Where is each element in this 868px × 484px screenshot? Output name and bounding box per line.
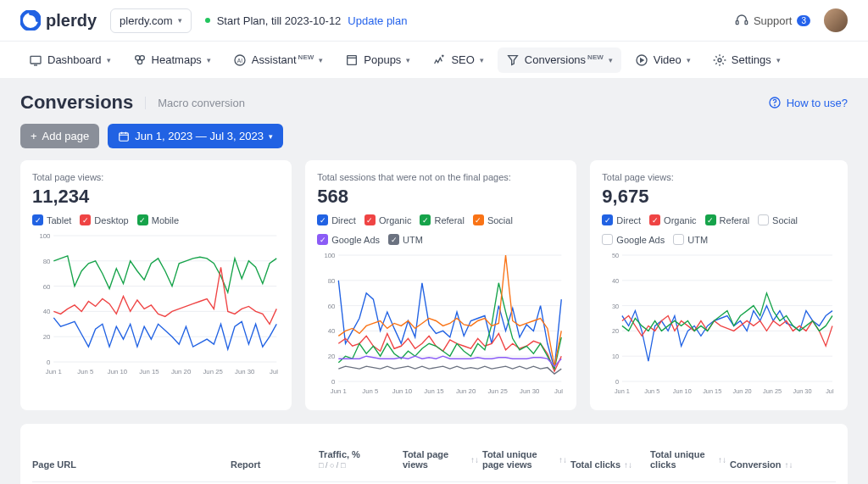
plus-icon: + <box>31 130 37 142</box>
svg-text:60: 60 <box>43 283 51 291</box>
date-range-button[interactable]: Jun 1, 2023 — Jul 3, 2023 ▾ <box>108 124 283 148</box>
svg-text:60: 60 <box>328 303 336 310</box>
legend-social[interactable]: ✓Social <box>473 214 513 225</box>
svg-text:30: 30 <box>612 302 619 309</box>
chevron-down-icon: ▾ <box>207 56 211 64</box>
legend-utm[interactable]: UTM <box>673 234 708 245</box>
nav-dashboard[interactable]: Dashboard▾ <box>20 47 120 73</box>
sort-icon: ↑↓ <box>470 455 479 465</box>
legend-utm[interactable]: ✓UTM <box>388 234 423 245</box>
legend-google ads[interactable]: ✓Google Ads <box>317 234 380 245</box>
svg-rect-2 <box>745 21 748 25</box>
svg-text:Jun 25: Jun 25 <box>203 368 223 376</box>
settings-icon <box>713 53 726 67</box>
svg-text:Jun 15: Jun 15 <box>704 387 722 395</box>
th-clicks[interactable]: Total clicks↑↓ <box>570 459 647 470</box>
update-plan-link[interactable]: Update plan <box>348 14 407 27</box>
line-chart: 01020304050Jun 1Jun 5Jun 10Jun 15Jun 20J… <box>602 250 836 398</box>
svg-text:Jun 5: Jun 5 <box>645 387 660 395</box>
nav-settings[interactable]: Settings▾ <box>704 47 789 73</box>
svg-rect-3 <box>31 56 41 64</box>
svg-text:Jun 30: Jun 30 <box>235 368 255 376</box>
svg-text:Jun 5: Jun 5 <box>77 368 94 376</box>
page-title: Conversions <box>20 92 133 114</box>
main-nav: Dashboard▾Heatmaps▾AIAssistantNEW▾Popups… <box>0 41 868 78</box>
chevron-down-icon: ▾ <box>609 56 613 64</box>
svg-text:Jun 10: Jun 10 <box>392 387 413 395</box>
legend-desktop[interactable]: ✓Desktop <box>80 214 128 225</box>
th-url[interactable]: Page URL <box>32 459 227 470</box>
legend: ✓Tablet✓Desktop✓Mobile <box>32 214 280 225</box>
nav-popups[interactable]: Popups▾ <box>337 47 419 73</box>
svg-rect-1 <box>736 21 738 25</box>
nav-conversions[interactable]: ConversionsNEW▾ <box>498 47 621 73</box>
heatmaps-icon <box>133 53 147 67</box>
legend-direct[interactable]: ✓Direct <box>602 214 641 225</box>
legend-referal[interactable]: ✓Referal <box>705 214 749 225</box>
stat-card-0: Total page views: 11,234 ✓Tablet✓Desktop… <box>20 160 292 410</box>
how-to-use-link[interactable]: How to use? <box>768 96 848 109</box>
sort-icon: ↑↓ <box>785 460 793 470</box>
popups-icon <box>345 53 359 67</box>
dashboard-icon <box>29 53 42 67</box>
avatar[interactable] <box>824 8 848 32</box>
svg-text:Jun 10: Jun 10 <box>673 387 692 395</box>
svg-text:20: 20 <box>612 327 619 335</box>
nav-seo[interactable]: SEO▾ <box>424 47 492 73</box>
svg-text:100: 100 <box>39 232 51 240</box>
legend-referal[interactable]: ✓Referal <box>420 214 464 225</box>
card-value: 568 <box>317 186 565 208</box>
conversions-icon <box>506 53 520 67</box>
legend: ✓Direct✓Organic✓ReferalSocialGoogle AdsU… <box>602 214 836 245</box>
nav-heatmaps[interactable]: Heatmaps▾ <box>125 47 220 73</box>
sort-icon: ↑↓ <box>624 460 632 470</box>
legend-mobile[interactable]: ✓Mobile <box>137 214 179 225</box>
svg-text:Jun 5: Jun 5 <box>363 387 380 395</box>
svg-text:Jun 30: Jun 30 <box>793 387 812 395</box>
th-report[interactable]: Report <box>231 459 315 470</box>
status-dot-icon <box>205 18 210 23</box>
svg-text:Jun 1: Jun 1 <box>615 387 630 395</box>
legend-organic[interactable]: ✓Organic <box>364 214 412 225</box>
svg-text:Jul 1: Jul 1 <box>826 387 836 395</box>
svg-text:Jun 10: Jun 10 <box>108 368 128 376</box>
add-page-button[interactable]: + Add page <box>20 124 99 148</box>
how-to-label: How to use? <box>787 97 848 109</box>
logo[interactable]: plerdy <box>20 10 97 31</box>
logo-icon <box>20 10 41 31</box>
chevron-down-icon: ▾ <box>319 56 323 64</box>
svg-text:Jun 20: Jun 20 <box>171 368 192 376</box>
support-link[interactable]: Support 3 <box>735 14 810 27</box>
add-page-label: Add page <box>42 130 90 142</box>
th-uviews[interactable]: Total unique page views↑↓ <box>482 449 567 470</box>
svg-text:20: 20 <box>328 353 336 360</box>
th-uclicks[interactable]: Total unique clicks↑↓ <box>650 449 726 470</box>
chevron-down-icon: ▾ <box>776 56 781 64</box>
legend-social[interactable]: Social <box>758 214 798 225</box>
svg-text:Jun 20: Jun 20 <box>456 387 476 395</box>
svg-text:Jun 25: Jun 25 <box>488 387 509 395</box>
seo-icon <box>432 53 446 67</box>
topbar: plerdy plerdy.com ▾ Start Plan, till 202… <box>0 0 868 41</box>
stat-card-2: Total page views: 9,675 ✓Direct✓Organic✓… <box>590 160 848 410</box>
video-icon <box>635 53 648 67</box>
th-conversion[interactable]: Conversion↑↓ <box>730 459 815 470</box>
headset-icon <box>735 14 748 27</box>
plan-text: Start Plan, till 2023-10-12 <box>217 14 342 27</box>
legend-direct[interactable]: ✓Direct <box>317 214 356 225</box>
card-value: 11,234 <box>32 186 280 208</box>
legend-organic[interactable]: ✓Organic <box>649 214 697 225</box>
legend-tablet[interactable]: ✓Tablet <box>32 214 71 225</box>
svg-text:Jun 25: Jun 25 <box>763 387 782 395</box>
nav-video[interactable]: Video▾ <box>626 47 699 73</box>
th-views[interactable]: Total page views↑↓ <box>403 449 479 470</box>
nav-assistant[interactable]: AIAssistantNEW▾ <box>225 47 331 73</box>
svg-point-11 <box>718 58 721 62</box>
card-label: Total sessions that were not on the fina… <box>317 172 565 182</box>
site-value: plerdy.com <box>120 14 173 27</box>
th-traffic[interactable]: Traffic, %□ / ○ / □ <box>319 449 399 470</box>
legend-google ads[interactable]: Google Ads <box>602 234 665 245</box>
sort-icon: ↑↓ <box>718 455 726 465</box>
site-selector[interactable]: plerdy.com ▾ <box>110 8 192 33</box>
calendar-icon <box>118 131 130 142</box>
